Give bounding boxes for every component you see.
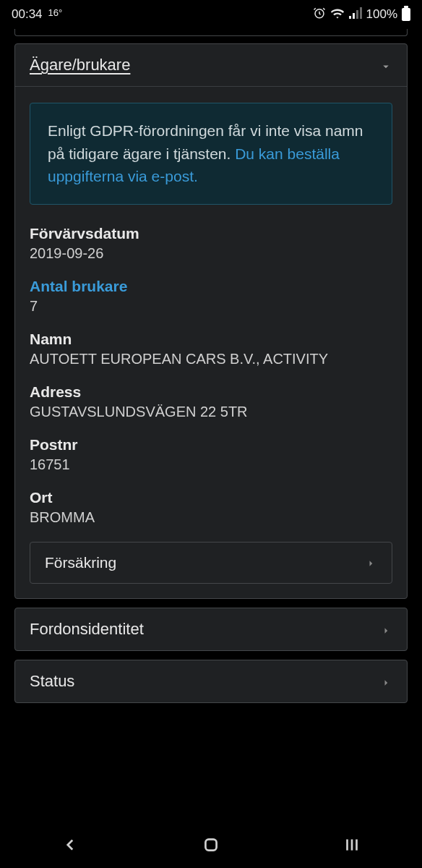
android-nav-bar bbox=[0, 825, 422, 868]
battery-percent: 100% bbox=[366, 7, 397, 22]
alarm-icon bbox=[313, 7, 326, 23]
status-row[interactable]: Status bbox=[14, 660, 408, 703]
insurance-button[interactable]: Försäkring bbox=[30, 542, 392, 584]
city-label: Ort bbox=[30, 489, 392, 506]
chevron-down-icon bbox=[379, 59, 392, 72]
chevron-right-icon bbox=[364, 556, 377, 569]
acquisition-date-value: 2019-09-26 bbox=[30, 245, 392, 262]
status-row-label: Status bbox=[30, 672, 74, 691]
name-label: Namn bbox=[30, 331, 392, 348]
vehicle-identity-row[interactable]: Fordonsidentitet bbox=[14, 608, 408, 651]
users-count-label[interactable]: Antal brukare bbox=[30, 278, 392, 295]
users-count-value: 7 bbox=[30, 298, 392, 315]
svg-rect-5 bbox=[205, 839, 216, 850]
svg-rect-2 bbox=[353, 13, 355, 19]
postcode-value: 16751 bbox=[30, 456, 392, 473]
signal-icon bbox=[349, 7, 362, 22]
nav-home-button[interactable] bbox=[202, 835, 220, 857]
status-time: 00:34 bbox=[12, 7, 43, 22]
svg-rect-4 bbox=[360, 7, 362, 19]
chevron-right-icon bbox=[379, 623, 392, 636]
gdpr-info-box: Enligt GDPR-förordningen får vi inte vis… bbox=[30, 103, 392, 205]
insurance-button-label: Försäkring bbox=[45, 554, 116, 571]
vehicle-identity-label: Fordonsidentitet bbox=[30, 620, 144, 639]
svg-rect-3 bbox=[356, 10, 358, 19]
owner-section-title: Ägare/brukare bbox=[30, 56, 130, 75]
nav-recent-button[interactable] bbox=[343, 835, 361, 857]
chevron-right-icon bbox=[379, 675, 392, 688]
owner-section-header[interactable]: Ägare/brukare bbox=[15, 44, 407, 87]
postcode-label: Postnr bbox=[30, 436, 392, 454]
owner-section: Ägare/brukare Enligt GDPR-förordningen f… bbox=[14, 43, 408, 599]
svg-rect-1 bbox=[349, 16, 351, 19]
previous-section-bottom bbox=[14, 29, 408, 36]
address-value: GUSTAVSLUNDSVÄGEN 22 5TR bbox=[30, 404, 392, 420]
name-value: AUTOETT EUROPEAN CARS B.V., ACTIVITY bbox=[30, 351, 392, 367]
battery-icon bbox=[402, 8, 410, 21]
acquisition-date-label: Förvärvsdatum bbox=[30, 225, 392, 242]
address-label: Adress bbox=[30, 383, 392, 401]
status-temperature: 16° bbox=[48, 7, 63, 18]
city-value: BROMMA bbox=[30, 509, 392, 526]
nav-back-button[interactable] bbox=[61, 835, 79, 857]
status-bar: 00:34 16° 100% bbox=[0, 0, 422, 29]
wifi-icon bbox=[330, 7, 345, 22]
